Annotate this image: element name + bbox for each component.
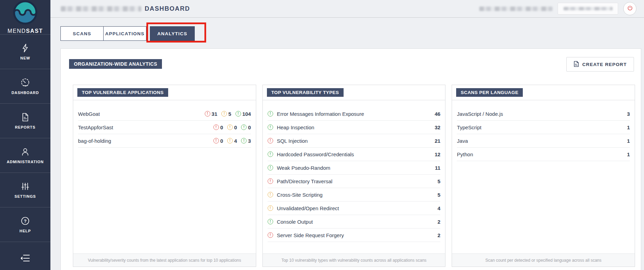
brand-wordmark: MENDSAST [8,28,43,34]
table-row: !Server Side Request Forgery 2 [268,229,441,242]
topbar-right [479,2,636,15]
severity-high-icon: ! [268,232,273,238]
sidebar-item-reports[interactable]: REPORTS [0,104,50,138]
sidebar-item-label: SETTINGS [15,194,36,198]
lightning-icon [20,43,30,53]
severity-low-icon: ! [241,138,247,143]
table-row: Python 1 [457,148,630,161]
create-report-button[interactable]: CREATE REPORT [566,57,634,72]
sidebar-item-label: HELP [20,229,31,233]
collapse-menu-icon [20,254,30,264]
severity-counters: !0 !0 !0 [213,124,251,130]
table-row: Java 1 [457,134,630,148]
medium-count: 4 [234,138,237,144]
vulnerability-type-name: Error Messages Information Exposure [277,111,364,117]
card-languages: SCANS PER LANGUAGE JavaScript / Node.js … [452,85,635,267]
power-icon [627,5,633,12]
card-header: TOP VULNERABILITY TYPES [263,85,445,100]
svg-text:?: ? [24,218,27,224]
severity-medium-icon: ! [268,205,273,211]
help-icon: ? [20,216,30,226]
vulnerability-type-name: Server Side Request Forgery [277,232,344,238]
redacted-user-info [479,7,552,11]
medium-count: 5 [228,111,231,117]
vulnerability-type-name: Hardcoded Password/Credentials [277,151,354,157]
table-row: !Heap Inspection 32 [268,121,441,134]
sidebar-item-label: DASHBOARD [11,91,39,95]
vulnerability-type-name: Console Output [277,219,313,225]
sidebar-item-settings[interactable]: SETTINGS [0,173,50,207]
logo[interactable]: MENDSAST [0,0,50,35]
card-applications: TOP VULNERABLE APPLICATIONS WebGoat !31 … [73,85,256,267]
application-name: TestAppforSast [78,124,113,130]
sidebar-item-administration[interactable]: ADMINISTRATION [0,138,50,173]
page-title-text: DASHBOARD [145,5,190,12]
severity-low-icon: ! [236,111,241,117]
sidebar-item-new[interactable]: NEW [0,35,50,69]
table-row: JavaScript / Node.js 3 [457,107,630,121]
card-footer-caption: Vulnerability/severity counts from the l… [73,253,256,267]
card-rows: JavaScript / Node.js 3 TypeScript 1 Java… [452,100,635,253]
logout-button[interactable] [623,2,636,15]
card-footer-caption: Scan count per detected or specified lan… [452,253,635,267]
severity-high-icon: ! [268,178,273,184]
tab-applications[interactable]: APPLICATIONS [103,26,146,41]
table-row: !Unvalidated/Open Redirect 4 [268,202,441,215]
report-icon [20,112,30,122]
low-count: 104 [242,111,251,117]
high-count: 0 [220,138,223,144]
language-name: Python [457,151,473,157]
cards: TOP VULNERABLE APPLICATIONS WebGoat !31 … [61,72,641,267]
vulnerability-count: 11 [435,165,440,171]
high-count: 0 [220,124,223,130]
vulnerability-count: 5 [438,178,440,184]
severity-low-icon: ! [241,124,247,130]
sidebar: MENDSAST NEWDASHBOARDREPORTSADMINISTRATI… [0,0,50,270]
card-title-badge: SCANS PER LANGUAGE [456,88,523,97]
severity-low-icon: ! [268,111,273,117]
redacted-org-name [61,6,141,11]
severity-low-icon: ! [268,219,273,224]
table-row: TypeScript 1 [457,121,630,134]
gauge-icon [20,78,30,87]
table-row: !Weak Pseudo-Random 11 [268,161,441,175]
card-rows: WebGoat !31 !5 !104 TestAppforSast !0 !0… [73,100,256,253]
sidebar-item-dashboard[interactable]: DASHBOARD [0,69,50,104]
sidebar-item-label: NEW [20,56,30,60]
sliders-icon [20,181,30,191]
severity-medium-icon: ! [227,124,233,130]
vulnerability-type-name: SQL Injection [277,138,308,144]
card-title-badge: TOP VULNERABLE APPLICATIONS [77,88,168,97]
table-row: !Console Output 2 [268,215,441,229]
vulnerability-type-name: Cross-Site Scripting [277,192,323,198]
scan-count: 1 [627,124,630,130]
vulnerability-type-name: Weak Pseudo-Random [277,165,330,171]
page-title: DASHBOARD [61,5,190,12]
annotation-highlight-box: ANALYTICS [146,22,206,43]
redacted-account-field[interactable] [558,3,618,15]
sidebar-item-help[interactable]: ?HELP [0,207,50,242]
user-icon [20,147,30,157]
sidebar-collapse-button[interactable] [0,242,50,270]
severity-medium-icon: ! [268,192,273,197]
vulnerability-type-name: Path/Directory Traversal [277,178,333,184]
high-count: 31 [212,111,218,117]
severity-high-icon: ! [205,111,210,117]
card-header: TOP VULNERABLE APPLICATIONS [73,85,256,100]
language-name: JavaScript / Node.js [457,111,503,117]
vulnerability-count: 2 [438,219,440,225]
severity-high-icon: ! [268,138,273,143]
tab-scans[interactable]: SCANS [60,26,104,41]
severity-counters: !0 !4 !3 [213,138,251,144]
vulnerability-type-name: Heap Inspection [277,124,314,130]
sidebar-nav: NEWDASHBOARDREPORTSADMINISTRATIONSETTING… [0,35,50,242]
vulnerability-count: 32 [435,124,441,130]
tab-analytics[interactable]: ANALYTICS [150,26,195,41]
severity-medium-icon: ! [227,138,233,143]
vulnerability-count: 5 [438,192,440,198]
application-name: WebGoat [78,111,100,117]
severity-low-icon: ! [268,165,273,170]
severity-high-icon: ! [213,138,219,143]
table-row: !Hardcoded Password/Credentials 12 [268,148,441,161]
mend-logo-icon [13,0,38,25]
